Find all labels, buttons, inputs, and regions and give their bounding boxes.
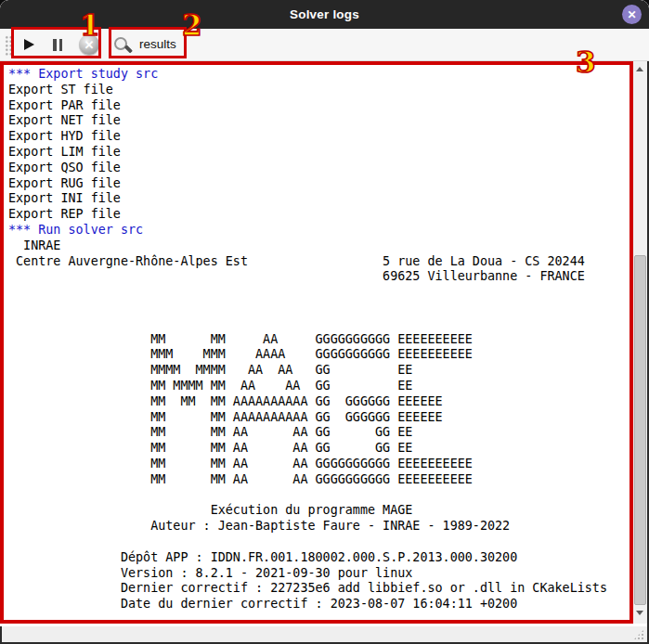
scrollbar-down-icon[interactable] [636, 611, 643, 615]
annotation-number-1: 1 [80, 11, 100, 40]
close-icon: ✕ [627, 8, 636, 21]
window-bottom-strip [0, 626, 649, 644]
annotation-box-2 [109, 27, 187, 58]
annotation-number-2: 2 [182, 11, 202, 40]
scrollbar-thumb[interactable] [634, 255, 646, 605]
scrollbar-up-icon[interactable] [636, 67, 643, 71]
solver-logs-window: Solver logs ✕ ✕ results *** Export study… [0, 0, 649, 644]
close-button[interactable]: ✕ [622, 5, 642, 24]
annotation-box-3 [0, 61, 633, 624]
window-title: Solver logs [290, 7, 359, 21]
resize-grip-icon[interactable] [633, 629, 644, 640]
vertical-scrollbar[interactable] [632, 61, 647, 624]
annotation-number-3: 3 [576, 48, 596, 77]
